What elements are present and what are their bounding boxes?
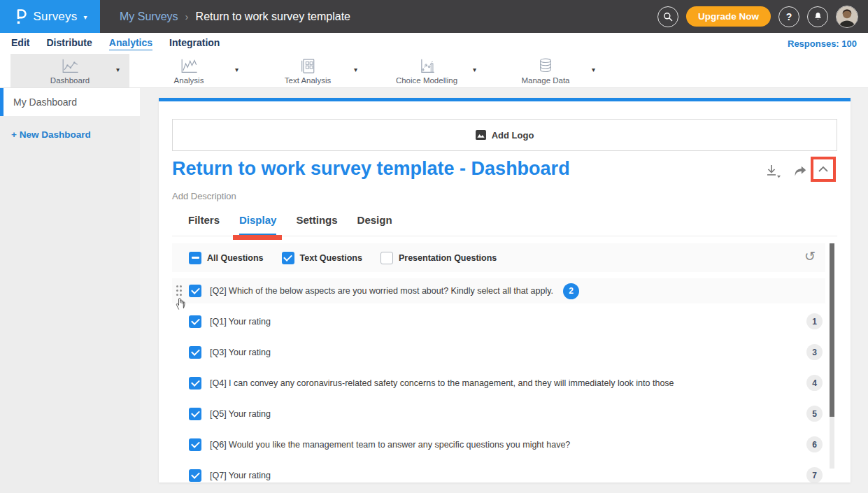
filter-checkbox-item[interactable]: Presentation Questions xyxy=(380,252,497,264)
tab-filters[interactable]: Filters xyxy=(188,214,220,235)
share-button[interactable] xyxy=(792,164,808,181)
database-icon xyxy=(536,57,555,75)
drag-handle-icon[interactable] xyxy=(176,285,183,297)
collapse-header-button[interactable] xyxy=(813,159,833,179)
nav-item-distribute[interactable]: Distribute xyxy=(46,37,92,50)
add-logo-button[interactable]: Add Logo xyxy=(172,119,837,151)
upgrade-now-button[interactable]: Upgrade Now xyxy=(686,6,771,27)
questionpro-logo-icon xyxy=(13,8,27,26)
question-checkbox[interactable] xyxy=(189,377,201,390)
new-dashboard-button[interactable]: + New Dashboard xyxy=(11,129,140,140)
app-window: Surveys ▾ My Surveys › Return to work su… xyxy=(0,0,868,493)
line-chart-icon xyxy=(59,57,80,75)
question-label: [Q3] Your rating xyxy=(210,348,271,357)
add-description-button[interactable]: Add Description xyxy=(172,191,236,201)
scatter-chart-icon xyxy=(416,57,437,75)
question-checkbox[interactable] xyxy=(189,285,201,297)
tab-settings[interactable]: Settings xyxy=(296,214,337,235)
question-row[interactable]: [Q4] I can convey any coronavirus-relate… xyxy=(172,371,825,396)
analytics-toolbar: Dashboard ▾ Analysis ▾ xyxy=(0,54,868,88)
nav-item-integration[interactable]: Integration xyxy=(169,37,220,50)
chevron-down-icon: ▾ xyxy=(83,13,87,21)
search-button[interactable] xyxy=(657,6,678,27)
question-row[interactable]: [Q5] Your rating 5 xyxy=(172,401,825,427)
question-row[interactable]: [Q6] Would you like the management team … xyxy=(172,432,825,457)
question-number-badge: 1 xyxy=(806,313,823,329)
reset-order-button[interactable]: ↺ xyxy=(804,248,816,264)
tab-display[interactable]: Display xyxy=(239,214,276,235)
question-number-badge: 6 xyxy=(806,436,823,452)
toolbar-item-text-analysis[interactable]: Text Analysis ▾ xyxy=(248,54,367,87)
question-checkbox[interactable] xyxy=(189,469,201,482)
chevron-down-icon[interactable]: ▾ xyxy=(592,66,595,73)
question-row[interactable]: [Q1] Your rating 1 xyxy=(172,309,825,334)
avatar-photo-icon xyxy=(837,6,858,27)
toolbar-item-choice-modelling[interactable]: Choice Modelling ▾ xyxy=(367,54,486,87)
filter-checkbox[interactable] xyxy=(380,252,393,264)
chevron-down-icon[interactable]: ▾ xyxy=(235,66,239,73)
scrollbar-thumb[interactable] xyxy=(830,243,834,417)
toolbar-label: Text Analysis xyxy=(285,76,331,85)
filter-checkbox[interactable] xyxy=(282,252,294,264)
toolbar-label: Analysis xyxy=(174,76,204,85)
question-checkbox[interactable] xyxy=(189,315,201,328)
breadcrumb-current-survey: Return to work survey template xyxy=(196,10,350,23)
annotation-red-box xyxy=(811,157,836,182)
question-checkbox[interactable] xyxy=(189,438,201,451)
scrollbar-track[interactable] xyxy=(830,243,834,469)
question-label: [Q4] I can convey any coronavirus-relate… xyxy=(210,378,674,388)
main-content: Add Logo Return to work survey template … xyxy=(140,88,868,493)
question-number-badge: 5 xyxy=(806,406,823,422)
chevron-down-icon[interactable]: ▾ xyxy=(473,66,476,73)
chevron-down-icon[interactable]: ▾ xyxy=(354,66,357,73)
image-icon xyxy=(476,130,486,140)
question-number-badge: 3 xyxy=(806,344,823,360)
dashboard-card: Add Logo Return to work survey template … xyxy=(159,98,851,483)
page-title: Return to work survey template - Dashboa… xyxy=(172,158,570,180)
question-count-badge: 2 xyxy=(563,283,579,299)
help-button[interactable]: ? xyxy=(778,6,799,27)
bell-icon xyxy=(813,11,823,22)
question-checkbox[interactable] xyxy=(189,408,201,420)
question-row[interactable]: [Q3] Your rating 3 xyxy=(172,340,825,365)
filter-checkbox-item[interactable]: Text Questions xyxy=(282,252,362,264)
chevron-up-icon xyxy=(818,165,829,173)
question-label: [Q1] Your rating xyxy=(210,317,271,327)
chevron-down-icon[interactable]: ▾ xyxy=(116,66,120,73)
breadcrumb-my-surveys[interactable]: My Surveys xyxy=(120,10,178,23)
toolbar-label: Choice Modelling xyxy=(396,76,457,85)
survey-section-nav: Edit Distribute Analytics Integration Re… xyxy=(0,33,868,54)
question-checkbox[interactable] xyxy=(189,346,201,359)
question-label: [Q5] Your rating xyxy=(210,409,271,419)
tab-design[interactable]: Design xyxy=(357,214,392,235)
question-label: [Q2] Which of the below aspects are you … xyxy=(210,286,553,296)
filter-checkbox-item[interactable]: All Questions xyxy=(189,252,264,264)
user-avatar[interactable] xyxy=(836,6,858,28)
card-top-accent xyxy=(159,98,851,101)
toolbar-label: Dashboard xyxy=(50,76,90,85)
app-switcher[interactable]: Surveys ▾ xyxy=(0,0,100,33)
toolbar-item-dashboard[interactable]: Dashboard ▾ xyxy=(10,54,129,87)
nav-item-edit[interactable]: Edit xyxy=(11,37,29,50)
nav-item-analytics[interactable]: Analytics xyxy=(109,37,152,50)
filter-label: Presentation Questions xyxy=(399,253,497,263)
app-name: Surveys xyxy=(34,10,78,24)
toolbar-item-analysis[interactable]: Analysis ▾ xyxy=(129,54,248,87)
add-logo-label: Add Logo xyxy=(492,130,534,141)
sidebar-item-my-dashboard[interactable]: My Dashboard xyxy=(0,88,140,116)
text-grid-icon xyxy=(298,57,318,75)
toolbar-item-manage-data[interactable]: Manage Data ▾ xyxy=(486,54,605,87)
page-body: My Dashboard + New Dashboard Add Logo Re… xyxy=(0,88,868,493)
responses-count: Responses: 100 xyxy=(788,38,857,49)
question-row[interactable]: [Q7] Your rating 7 xyxy=(172,463,825,483)
breadcrumb-separator-icon: › xyxy=(185,10,189,22)
top-header-bar: Surveys ▾ My Surveys › Return to work su… xyxy=(0,0,868,33)
notifications-button[interactable] xyxy=(807,6,828,27)
question-label: [Q6] Would you like the management team … xyxy=(210,440,570,450)
filter-checkbox[interactable] xyxy=(189,252,201,264)
download-report-button[interactable] xyxy=(764,164,781,181)
share-arrow-icon xyxy=(792,164,808,179)
question-row[interactable]: [Q2] Which of the below aspects are you … xyxy=(172,278,825,303)
search-icon xyxy=(662,11,674,22)
breadcrumb: My Surveys › Return to work survey templ… xyxy=(120,10,350,23)
